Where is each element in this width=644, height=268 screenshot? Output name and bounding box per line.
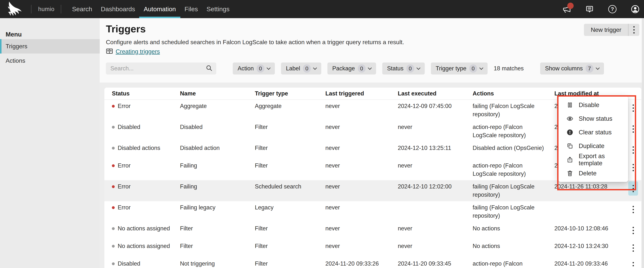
filter-label: Action: [238, 65, 254, 72]
status-dot-icon: [112, 185, 115, 188]
name-cell: Failing: [180, 162, 255, 170]
chevron-down-icon: [266, 66, 270, 70]
alert-circle-icon: [566, 129, 574, 136]
sidebar-item-actions[interactable]: Actions: [0, 54, 100, 68]
menu-item-label: Show status: [579, 115, 612, 122]
status-label: Error: [118, 162, 130, 170]
status-label: Disabled: [118, 123, 140, 131]
name-cell: Failing legacy: [180, 204, 255, 212]
sidebar: Menu TriggersActions: [0, 18, 100, 268]
page-scrollbar[interactable]: [642, 18, 644, 268]
help-icon[interactable]: ?: [608, 4, 617, 14]
row-actions-kebab-icon[interactable]: [628, 181, 638, 196]
row-actions-kebab-icon[interactable]: [628, 258, 638, 268]
nav-item-automation[interactable]: Automation: [144, 0, 176, 18]
last-modified-cell: 2024-11-20 09:33:46: [554, 260, 625, 268]
column-header-name[interactable]: Name: [180, 90, 255, 97]
chevron-down-icon: [368, 66, 372, 70]
filter-action-dropdown[interactable]: Action0: [233, 62, 275, 74]
status-dot-icon: [112, 262, 115, 265]
export-icon: [566, 156, 574, 163]
actions-cell: No actions: [472, 224, 554, 233]
trigger-type-cell: Filter: [255, 242, 325, 250]
menu-item-disable[interactable]: Disable: [558, 98, 628, 112]
column-header-last-triggered[interactable]: Last triggered: [325, 90, 398, 97]
help-glyph: ?: [608, 5, 616, 13]
status-cell: No actions assigned: [112, 242, 180, 250]
account-icon[interactable]: [630, 4, 640, 14]
menu-item-delete[interactable]: Delete: [558, 166, 628, 180]
sidebar-item-label: Actions: [6, 57, 25, 64]
table-row: ErrorFailingScheduled searchnever2024-12…: [104, 180, 642, 201]
nav-item-settings[interactable]: Settings: [206, 0, 230, 18]
name-cell: Disabled: [180, 123, 255, 131]
menu-item-clear-status[interactable]: Clear status: [558, 126, 628, 139]
status-cell: Disabled actions: [112, 144, 180, 152]
search-input[interactable]: [106, 65, 206, 72]
new-trigger-kebab-icon[interactable]: [628, 24, 639, 36]
trigger-type-cell: Filter: [255, 260, 325, 268]
column-header-status[interactable]: Status: [112, 90, 180, 97]
row-actions-kebab-icon[interactable]: [628, 241, 638, 255]
row-actions-kebab-icon[interactable]: [628, 202, 638, 216]
nav-item-search[interactable]: Search: [72, 0, 92, 18]
feedback-icon[interactable]: [585, 4, 594, 14]
filter-trigger-type-dropdown[interactable]: Trigger type0: [431, 62, 488, 74]
row-context-menu: DisableShow statusClear statusDuplicateE…: [558, 96, 628, 182]
last-executed-cell: never: [398, 242, 472, 250]
status-label: No actions assigned: [118, 224, 170, 233]
name-cell: Filter: [180, 242, 255, 250]
last-triggered-cell: never: [325, 102, 398, 110]
name-cell: Not triggering: [180, 260, 255, 268]
last-triggered-cell: never: [325, 182, 398, 191]
status-cell: Disabled: [112, 123, 180, 131]
column-header-actions[interactable]: Actions: [472, 90, 554, 97]
table-row: No actions assignedFilterFilterneverneve…: [104, 240, 642, 257]
row-actions-kebab-icon[interactable]: [628, 143, 638, 157]
book-icon: [106, 48, 113, 55]
notification-badge: [567, 2, 574, 9]
actions-cell: No actions: [472, 242, 554, 250]
falcon-logo-icon[interactable]: [5, 2, 25, 16]
brand-label[interactable]: humio: [38, 6, 54, 12]
last-executed-cell: never: [398, 224, 472, 233]
row-actions-kebab-icon[interactable]: [628, 160, 638, 174]
row-actions-kebab-icon[interactable]: [628, 223, 638, 238]
name-cell: Filter: [180, 224, 255, 233]
last-modified-cell: 2024-12-10 13:24:30: [554, 242, 625, 250]
status-cell: Error: [112, 182, 180, 191]
nav-item-files[interactable]: Files: [184, 0, 198, 18]
status-label: Disabled actions: [118, 144, 160, 152]
row-actions-kebab-icon[interactable]: [628, 101, 638, 115]
creating-triggers-link[interactable]: Creating triggers: [116, 48, 160, 55]
column-header-trigger-type[interactable]: Trigger type: [255, 90, 325, 97]
status-dot-icon: [112, 126, 115, 128]
filter-status-dropdown[interactable]: Status0: [382, 62, 425, 74]
show-columns-dropdown[interactable]: Show columns 7: [540, 62, 604, 74]
column-header-last-executed[interactable]: Last executed: [398, 90, 472, 97]
actions-cell: action-repo (Falcon LogScale repository): [472, 162, 554, 178]
last-triggered-cell: never: [325, 204, 398, 212]
filter-label: Package: [332, 65, 355, 72]
filter-label-dropdown[interactable]: Label0: [281, 62, 321, 74]
eye-icon: [566, 115, 574, 122]
menu-item-export-as-template[interactable]: Export as template: [558, 153, 628, 166]
table-row: No actions assignedFilterFilterneverneve…: [104, 222, 642, 240]
nav-item-dashboards[interactable]: Dashboards: [101, 0, 135, 18]
filter-count-badge: 0: [469, 64, 477, 72]
filter-package-dropdown[interactable]: Package0: [328, 62, 376, 74]
announcements-icon[interactable]: [562, 4, 572, 14]
filter-count-badge: 0: [358, 64, 366, 72]
menu-item-show-status[interactable]: Show status: [558, 112, 628, 126]
status-cell: Disabled: [112, 260, 180, 268]
menu-item-duplicate[interactable]: Duplicate: [558, 139, 628, 153]
status-dot-icon: [112, 206, 115, 209]
trigger-type-cell: Scheduled search: [255, 182, 325, 191]
status-label: Error: [118, 102, 130, 110]
sidebar-item-triggers[interactable]: Triggers: [0, 39, 100, 54]
column-header-last-modified-at[interactable]: Last modified at: [554, 90, 625, 97]
new-trigger-button[interactable]: New trigger: [584, 24, 628, 36]
filter-count-badge: 0: [256, 64, 264, 72]
status-label: Error: [118, 204, 130, 212]
row-actions-kebab-icon[interactable]: [628, 122, 638, 136]
